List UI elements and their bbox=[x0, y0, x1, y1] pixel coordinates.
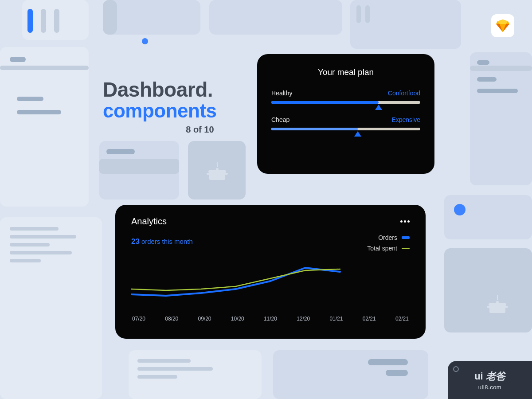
wireframe-block bbox=[17, 110, 61, 114]
svg-rect-4 bbox=[216, 168, 219, 170]
x-axis-tick: 07/20 bbox=[132, 316, 145, 322]
wireframe-block bbox=[129, 350, 262, 399]
heading-line1: Dashboard. bbox=[103, 78, 217, 102]
analytics-title: Analytics bbox=[131, 216, 167, 227]
orders-label: orders this month bbox=[141, 238, 193, 245]
wireframe-block bbox=[137, 375, 177, 379]
chart-area: 07/2008/2009/2010/2011/2012/2001/2102/21… bbox=[131, 260, 410, 326]
svg-rect-2 bbox=[224, 173, 228, 175]
wireframe-block bbox=[356, 5, 361, 23]
svg-rect-5 bbox=[489, 305, 505, 313]
watermark-url: uil8.com bbox=[478, 384, 501, 391]
wireframe-block bbox=[444, 248, 532, 332]
slider-label-left: Cheap bbox=[271, 116, 289, 123]
cooking-pot-icon bbox=[485, 293, 510, 317]
x-axis-tick: 12/20 bbox=[297, 316, 310, 322]
wireframe-block bbox=[0, 47, 89, 207]
legend-swatch-orders bbox=[402, 236, 410, 239]
chart-x-axis: 07/2008/2009/2010/2011/2012/2001/2102/21… bbox=[131, 316, 410, 322]
wireframe-block bbox=[17, 97, 43, 101]
slider-thumb-icon[interactable] bbox=[375, 105, 382, 110]
wireframe-block bbox=[477, 60, 489, 65]
slider-thumb-icon[interactable] bbox=[354, 131, 361, 137]
wireframe-block bbox=[103, 0, 117, 35]
watermark-prefix: ui bbox=[474, 371, 483, 382]
x-axis-tick: 11/20 bbox=[264, 316, 277, 322]
slider-fill bbox=[271, 128, 358, 130]
x-axis-tick: 10/20 bbox=[231, 316, 244, 322]
wireframe-block bbox=[54, 9, 59, 33]
watermark-badge: ui 老爸 uil8.com bbox=[448, 361, 532, 399]
svg-rect-1 bbox=[207, 173, 210, 175]
slider-track[interactable] bbox=[271, 101, 420, 104]
heading-line2: components bbox=[103, 100, 217, 122]
wireframe-block bbox=[10, 259, 41, 262]
wireframe-block bbox=[10, 227, 59, 231]
legend-totalspent-label: Total spent bbox=[367, 245, 397, 252]
svg-rect-0 bbox=[209, 172, 225, 180]
wireframe-block bbox=[10, 235, 76, 239]
orders-count: 23 bbox=[131, 237, 140, 246]
wireframe-block bbox=[477, 89, 518, 93]
legend-orders-label: Orders bbox=[378, 234, 397, 241]
slider-track[interactable] bbox=[271, 128, 420, 130]
svg-rect-6 bbox=[487, 306, 490, 308]
x-axis-tick: 02/21 bbox=[395, 316, 409, 322]
watermark-suffix: 老爸 bbox=[486, 371, 505, 382]
wireframe-block bbox=[470, 66, 532, 71]
wireframe-block bbox=[10, 57, 26, 62]
line-chart bbox=[131, 260, 410, 313]
wireframe-block bbox=[470, 52, 532, 185]
slider-fill bbox=[271, 101, 379, 104]
slider-label-left: Healthy bbox=[271, 90, 292, 97]
wireframe-block bbox=[106, 149, 135, 154]
legend-swatch-totalspent bbox=[402, 248, 410, 249]
wireframe-block bbox=[99, 159, 179, 174]
slider-label-right: Expensive bbox=[391, 116, 420, 123]
svg-rect-9 bbox=[496, 301, 499, 303]
wireframe-block bbox=[209, 0, 342, 35]
slider-label-right: Confortfood bbox=[388, 90, 420, 97]
wireframe-accent bbox=[27, 9, 33, 33]
slider-cheap: Cheap Expensive bbox=[271, 116, 420, 130]
wireframe-block bbox=[41, 9, 46, 33]
analytics-card: Analytics 23orders this month Orders Tot… bbox=[115, 205, 426, 339]
svg-rect-3 bbox=[208, 170, 226, 173]
wireframe-block bbox=[477, 77, 497, 82]
sketch-app-icon bbox=[491, 14, 514, 37]
cooking-pot-icon bbox=[205, 160, 230, 184]
chart-legend: Orders Total spent bbox=[367, 234, 410, 255]
wireframe-block bbox=[10, 243, 50, 246]
slider-healthy: Healthy Confortfood bbox=[271, 90, 420, 104]
x-axis-tick: 08/20 bbox=[165, 316, 178, 322]
wireframe-block bbox=[368, 359, 408, 365]
page-heading: Dashboard. components 8 of 10 bbox=[103, 78, 217, 135]
wireframe-block bbox=[137, 367, 213, 371]
wireframe-block bbox=[365, 5, 370, 23]
heading-progress: 8 of 10 bbox=[103, 125, 217, 135]
svg-rect-8 bbox=[489, 303, 506, 306]
wireframe-block bbox=[137, 359, 191, 363]
more-options-icon[interactable] bbox=[399, 216, 410, 224]
x-axis-tick: 01/21 bbox=[329, 316, 343, 322]
svg-rect-7 bbox=[505, 306, 508, 308]
wireframe-dot bbox=[454, 204, 466, 215]
wireframe-block bbox=[386, 370, 408, 376]
meal-plan-card: Your meal plan Healthy Confortfood Cheap… bbox=[257, 54, 434, 174]
wireframe-block bbox=[444, 195, 532, 239]
meal-plan-title: Your meal plan bbox=[271, 67, 420, 77]
x-axis-tick: 02/21 bbox=[363, 316, 376, 322]
wireframe-block bbox=[103, 0, 200, 35]
wireframe-dot bbox=[142, 38, 148, 44]
wireframe-block bbox=[0, 66, 89, 70]
wireframe-block bbox=[10, 251, 72, 254]
x-axis-tick: 09/20 bbox=[198, 316, 211, 322]
